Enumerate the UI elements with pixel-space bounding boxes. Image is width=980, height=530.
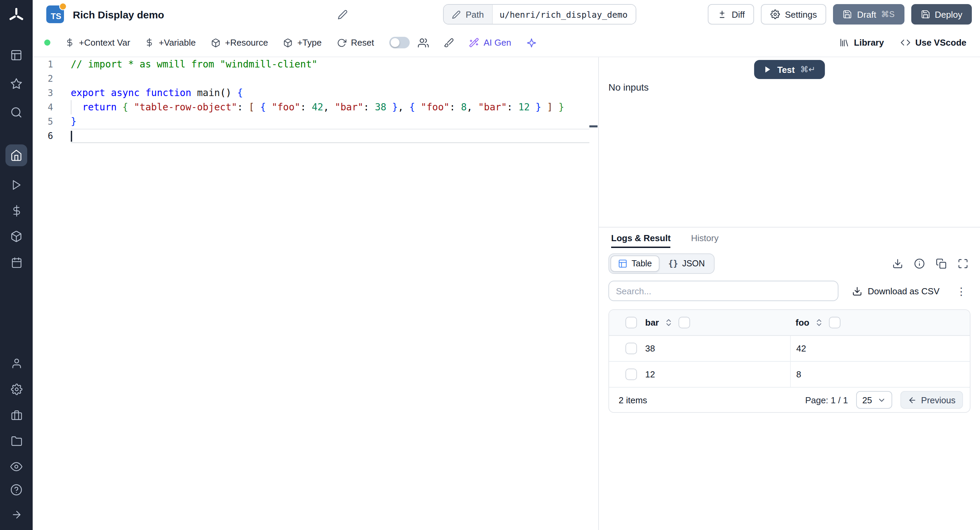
text-cursor	[71, 131, 72, 142]
users-icon[interactable]	[417, 37, 428, 48]
language-badge-ts: TS	[46, 5, 64, 23]
windmill-logo-icon[interactable]	[6, 5, 27, 26]
copy-icon[interactable]	[934, 256, 949, 271]
diff-label: Diff	[732, 9, 745, 19]
code-line[interactable]: 6	[33, 129, 598, 143]
path-label: Path	[466, 9, 484, 19]
runs-play-icon[interactable]	[9, 177, 24, 192]
sync-status-dot	[44, 40, 50, 46]
download-result-icon[interactable]	[890, 256, 905, 271]
add-context-var-button[interactable]: +Context Var	[65, 37, 130, 48]
folders-icon[interactable]	[9, 433, 24, 448]
table-row[interactable]: 128	[609, 362, 970, 388]
format-brush-icon[interactable]	[443, 37, 453, 48]
resources-box-icon[interactable]	[9, 229, 24, 244]
gear-icon	[771, 10, 780, 19]
star-icon[interactable]	[9, 76, 24, 91]
chevron-down-icon	[878, 396, 886, 404]
column-checkbox-bar[interactable]	[679, 317, 690, 328]
code-line[interactable]: 5}	[33, 115, 598, 129]
path-input[interactable]	[493, 5, 636, 24]
column-checkbox-foo[interactable]	[829, 317, 840, 328]
line-number: 6	[33, 129, 71, 143]
dollar-icon	[145, 38, 154, 47]
code-editor[interactable]: 1// import * as wmill from "windmill-cli…	[33, 57, 599, 530]
tab-history[interactable]: History	[691, 228, 719, 248]
workers-briefcase-icon[interactable]	[9, 407, 24, 422]
add-type-label: +Type	[298, 37, 322, 48]
schedules-calendar-icon[interactable]	[9, 255, 24, 270]
previous-label: Previous	[921, 395, 956, 405]
edit-path-button[interactable]: Path	[444, 5, 493, 24]
column-header-foo: foo	[790, 317, 970, 328]
add-resource-button[interactable]: +Resource	[211, 37, 268, 48]
collab-toggle-switch[interactable]	[389, 37, 409, 48]
audit-eye-icon[interactable]	[9, 459, 24, 474]
view-row: Table {} JSON	[599, 248, 980, 274]
items-count: 2 items	[619, 395, 647, 405]
sort-icon-bar[interactable]	[664, 318, 673, 327]
result-section: Logs & Result History Table {} JSON	[599, 228, 980, 530]
draft-button[interactable]: Draft ⌘S	[833, 4, 904, 24]
help-circle-icon[interactable]	[9, 482, 24, 497]
add-variable-button[interactable]: +Variable	[145, 37, 196, 48]
home-icon[interactable]	[5, 144, 27, 166]
view-table-button[interactable]: Table	[611, 255, 659, 272]
code-line[interactable]: 3export async function main() {	[33, 86, 598, 100]
code-line-text: // import * as wmill from "windmill-clie…	[71, 57, 589, 72]
no-inputs-label: No inputs	[608, 82, 649, 93]
code-line-text: return { "table-row-object": [ { "foo": …	[71, 100, 589, 115]
result-actions	[890, 256, 970, 271]
pencil-icon	[452, 10, 461, 19]
info-icon[interactable]	[912, 256, 927, 271]
library-button[interactable]: Library	[839, 37, 884, 48]
code-line[interactable]: 2	[33, 72, 598, 86]
code-line[interactable]: 4 return { "table-row-object": [ { "foo"…	[33, 100, 598, 115]
settings-button[interactable]: Settings	[761, 4, 827, 24]
line-number: 2	[33, 72, 71, 86]
tab-logs-result[interactable]: Logs & Result	[611, 228, 671, 248]
view-toggle-group: Table {} JSON	[608, 254, 714, 274]
cell-bar: 12	[645, 362, 790, 387]
use-vscode-button[interactable]: Use VScode	[900, 37, 966, 48]
braces-icon: {}	[668, 259, 678, 268]
vscode-icon	[900, 37, 911, 48]
add-type-button[interactable]: +Type	[283, 37, 322, 48]
sparkles-icon[interactable]	[526, 37, 537, 48]
draft-label: Draft	[857, 9, 876, 19]
search-input[interactable]	[608, 281, 838, 301]
diff-button[interactable]: Diff	[708, 4, 754, 24]
library-label: Library	[854, 37, 884, 48]
sort-icon-foo[interactable]	[815, 318, 824, 327]
view-json-button[interactable]: {} JSON	[661, 255, 713, 272]
select-all-checkbox[interactable]	[625, 317, 637, 328]
page-size-select[interactable]: 25	[856, 391, 892, 409]
deploy-label: Deploy	[935, 9, 962, 19]
download-csv-button[interactable]: Download as CSV	[852, 286, 940, 296]
search-icon[interactable]	[9, 105, 24, 120]
search-row: Download as CSV ⋮	[599, 281, 980, 301]
user-icon[interactable]	[9, 356, 24, 370]
table-grid-icon[interactable]	[9, 48, 24, 63]
diff-icon	[717, 10, 727, 19]
row-checkbox[interactable]	[625, 369, 637, 380]
reset-button[interactable]: Reset	[337, 37, 374, 48]
draft-shortcut: ⌘S	[881, 10, 894, 19]
add-variable-label: +Variable	[159, 37, 196, 48]
variables-dollar-icon[interactable]	[9, 203, 24, 218]
ai-gen-button[interactable]: AI Gen	[469, 37, 511, 48]
path-group: Path	[443, 4, 636, 24]
previous-button[interactable]: Previous	[901, 391, 963, 409]
row-checkbox[interactable]	[625, 343, 637, 354]
deploy-button[interactable]: Deploy	[911, 4, 972, 24]
table-row[interactable]: 3842	[609, 336, 970, 362]
code-line[interactable]: 1// import * as wmill from "windmill-cli…	[33, 57, 598, 72]
expand-arrow-right-icon[interactable]	[9, 507, 24, 522]
settings-gear-icon[interactable]	[9, 382, 24, 396]
page-size-value: 25	[862, 395, 872, 405]
expand-icon[interactable]	[956, 256, 970, 271]
test-button[interactable]: Test ⌘↵	[754, 60, 825, 79]
page-label: Page: 1 / 1	[805, 395, 848, 405]
more-menu-button[interactable]: ⋮	[956, 286, 966, 296]
edit-summary-button[interactable]	[337, 9, 348, 19]
